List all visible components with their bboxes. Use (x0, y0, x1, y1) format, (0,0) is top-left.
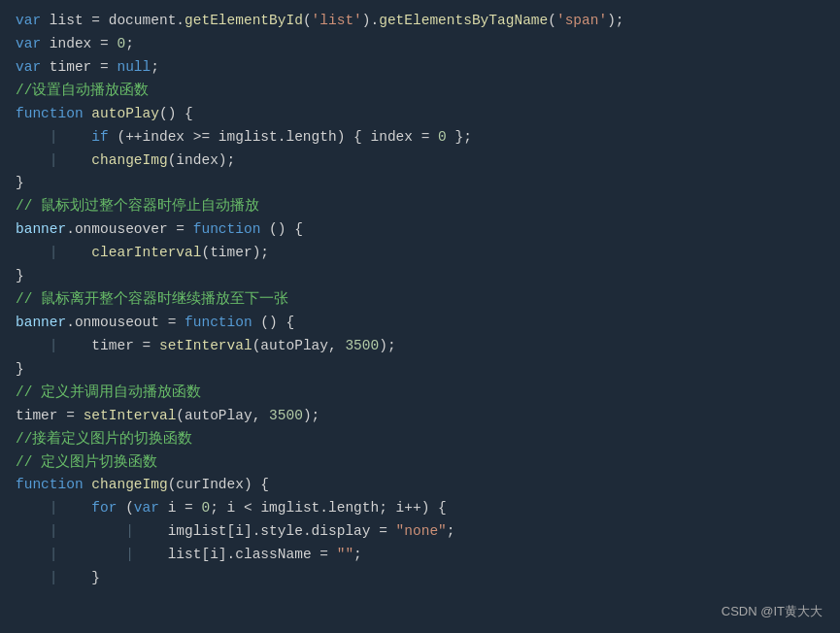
code-token: (curIndex) { (168, 474, 269, 497)
code-line: // 定义图片切换函数 (16, 451, 824, 475)
code-token: index = (41, 33, 117, 56)
code-token (58, 567, 92, 590)
code-token: list = document. (41, 10, 185, 33)
code-token: "none" (396, 520, 447, 544)
code-token: .onmouseout = (66, 312, 185, 335)
code-token: 'list' (312, 10, 362, 33)
code-token: timer = (16, 405, 84, 428)
code-token (16, 567, 50, 590)
code-token (58, 335, 92, 358)
code-token (16, 520, 50, 544)
code-token: 0 (117, 33, 125, 56)
code-token: imglist[i].style.display = (168, 520, 396, 544)
code-token: var (16, 10, 41, 33)
code-token (134, 544, 168, 567)
code-token: function (193, 218, 261, 242)
code-token: } (16, 172, 24, 195)
code-line: function changeImg(curIndex) { (16, 474, 824, 497)
code-token: list[i].className = (168, 544, 337, 567)
code-token (16, 242, 50, 265)
code-token: ( (548, 10, 556, 33)
code-token: getElementById (185, 10, 303, 33)
code-line: | } (16, 567, 824, 590)
code-token: | (50, 520, 58, 544)
code-token: ; (353, 544, 362, 567)
code-token (58, 497, 92, 520)
code-token: ); (303, 405, 319, 428)
code-line: //设置自动播放函数 (16, 80, 824, 103)
code-line: var list = document.getElementById('list… (16, 10, 824, 33)
code-line: //接着定义图片的切换函数 (16, 428, 824, 451)
code-token: ; i < imglist.length; i++) { (210, 497, 447, 520)
code-line: | for (var i = 0; i < imglist.length; i+… (16, 497, 824, 520)
code-line: } (16, 172, 824, 195)
code-token: //接着定义图片的切换函数 (16, 428, 192, 451)
code-token (91, 544, 125, 567)
code-token: }; (447, 126, 472, 150)
code-editor: var list = document.getElementById('list… (0, 0, 840, 633)
code-token: // 鼠标划过整个容器时停止自动播放 (16, 195, 259, 218)
code-token: | (125, 520, 134, 544)
code-token: "" (337, 544, 353, 567)
code-token: ( (303, 10, 312, 33)
code-token: var (16, 33, 41, 56)
code-token: function (16, 103, 84, 126)
code-token (16, 497, 50, 520)
code-token (91, 520, 125, 544)
code-token: setInterval (84, 405, 177, 428)
code-token: autoPlay (91, 103, 159, 126)
code-token: | (50, 150, 58, 173)
code-token: for (91, 497, 117, 520)
code-token (16, 335, 50, 358)
code-token (16, 544, 50, 567)
code-line: | if (++index >= imglist.length) { index… (16, 126, 824, 150)
code-token (58, 150, 92, 173)
code-token: (index); (168, 150, 236, 173)
code-token: } (91, 567, 100, 590)
code-token: ); (379, 335, 395, 358)
code-token: banner (16, 312, 66, 335)
code-token: 3500 (269, 405, 303, 428)
code-token: timer = (91, 335, 159, 358)
code-token: // 定义图片切换函数 (16, 451, 157, 475)
code-token: | (50, 567, 58, 590)
code-token: } (16, 358, 24, 382)
code-token: ). (362, 10, 379, 33)
code-line: } (16, 265, 824, 288)
code-token: banner (16, 218, 66, 242)
code-token: | (50, 497, 58, 520)
code-token: (autoPlay, (252, 335, 346, 358)
code-token (58, 242, 92, 265)
code-token: //设置自动播放函数 (16, 80, 149, 103)
code-line: var index = 0; (16, 33, 824, 56)
code-token (58, 544, 92, 567)
code-line: var timer = null; (16, 56, 824, 80)
code-token (84, 474, 92, 497)
code-token: setInterval (159, 335, 252, 358)
code-token (134, 520, 168, 544)
code-token: var (16, 56, 41, 80)
code-token: | (50, 242, 58, 265)
code-line: // 鼠标离开整个容器时继续播放至下一张 (16, 288, 824, 312)
code-token: 'span' (556, 10, 607, 33)
watermark: CSDN @IT黄大大 (722, 601, 823, 621)
code-token: ; (447, 520, 455, 544)
code-token: } (16, 265, 24, 288)
code-token: 0 (438, 126, 447, 150)
code-token: (autoPlay, (176, 405, 269, 428)
code-line: | | list[i].className = ""; (16, 544, 824, 567)
code-token: | (125, 544, 134, 567)
code-token: | (50, 544, 58, 567)
code-token (84, 103, 92, 126)
code-token: function (16, 474, 84, 497)
code-token: timer = (41, 56, 117, 80)
code-token: // 定义并调用自动播放函数 (16, 382, 201, 405)
code-line: | | imglist[i].style.display = "none"; (16, 520, 824, 544)
code-token (16, 150, 50, 173)
code-token: // 鼠标离开整个容器时继续播放至下一张 (16, 288, 288, 312)
code-token: .onmouseover = (66, 218, 193, 242)
code-token (16, 126, 50, 150)
code-token: function (185, 312, 252, 335)
code-token: () { (260, 218, 303, 242)
code-token: if (91, 126, 108, 150)
